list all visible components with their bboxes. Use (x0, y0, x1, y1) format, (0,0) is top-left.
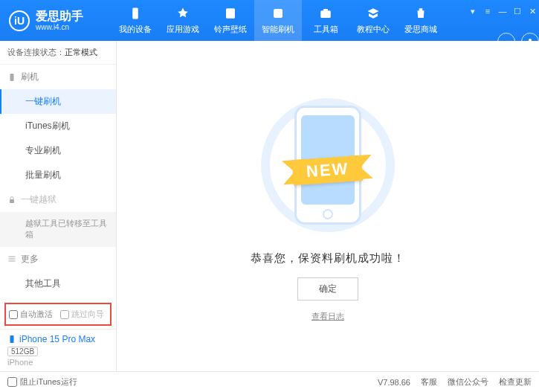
ringtone-icon (223, 6, 238, 21)
nav-ringtones[interactable]: 铃声壁纸 (207, 0, 254, 41)
nav-tutorials[interactable]: 教程中心 (349, 0, 397, 41)
footer-link-update[interactable]: 检查更新 (499, 376, 532, 388)
window-controls: ▾ ≡ — ☐ ✕ (466, 6, 539, 16)
app-title: 爱思助手 (36, 10, 83, 23)
nav-store[interactable]: 爱思商城 (397, 0, 445, 41)
svg-rect-3 (320, 10, 331, 18)
svg-rect-7 (10, 199, 14, 203)
top-nav: 我的设备 应用游戏 铃声壁纸 智能刷机 工具箱 教程中心 爱思商城 (112, 0, 466, 41)
nav-label: 铃声壁纸 (214, 24, 247, 35)
sidebar-group-jailbreak: 一键越狱 (0, 187, 116, 212)
nav-flash[interactable]: 智能刷机 (254, 0, 302, 41)
main-content: NEW 恭喜您，保资料刷机成功啦！ 确定 查看日志 (117, 41, 539, 371)
nav-toolbox[interactable]: 工具箱 (302, 0, 349, 41)
phone-icon (7, 335, 16, 344)
app-logo-icon: iU (9, 10, 30, 31)
svg-rect-1 (226, 8, 235, 19)
device-status: 设备连接状态：正常模式 (0, 41, 116, 65)
app-subtitle: www.i4.cn (36, 23, 83, 31)
sidebar-item-batch-flash[interactable]: 批量刷机 (0, 163, 116, 187)
version-label: V7.98.66 (378, 378, 410, 387)
nav-label: 应用游戏 (167, 24, 199, 35)
more-icon (7, 254, 16, 263)
nav-label: 教程中心 (357, 24, 390, 35)
svg-rect-0 (132, 8, 138, 19)
sidebar-group-more[interactable]: 更多 (0, 247, 116, 271)
sidebar-item-pro-flash[interactable]: 专业刷机 (0, 138, 116, 163)
flash-group-icon (7, 73, 16, 82)
svg-rect-6 (10, 74, 14, 81)
svg-rect-2 (274, 9, 283, 18)
nav-label: 我的设备 (119, 24, 152, 35)
nav-label: 爱思商城 (404, 24, 437, 35)
logo-area: iU 爱思助手 www.i4.cn (0, 10, 112, 31)
block-itunes-checkbox[interactable]: 阻止iTunes运行 (7, 376, 77, 388)
app-header: iU 爱思助手 www.i4.cn 我的设备 应用游戏 铃声壁纸 智能刷机 工具… (0, 0, 539, 41)
ok-button[interactable]: 确定 (297, 277, 358, 301)
tutorial-icon (366, 6, 381, 21)
apps-icon (175, 6, 190, 21)
sidebar-item-itunes-flash[interactable]: iTunes刷机 (0, 114, 116, 138)
sidebar-item-oneclick-flash[interactable]: 一键刷机 (0, 89, 116, 114)
device-info: iPhone 15 Pro Max 512GB iPhone (0, 329, 116, 371)
toolbox-icon (318, 6, 333, 21)
success-illustration: NEW (246, 91, 410, 240)
nav-label: 智能刷机 (262, 24, 294, 35)
maximize-icon[interactable]: ☐ (511, 6, 524, 16)
menu-icon[interactable]: ▾ (466, 6, 480, 16)
flash-icon (271, 6, 285, 21)
device-name[interactable]: iPhone 15 Pro Max (7, 334, 109, 344)
device-type: iPhone (7, 358, 109, 367)
sidebar-item-download-firmware[interactable]: 下载固件 (0, 296, 116, 300)
new-ribbon: NEW (292, 155, 363, 184)
minimize-icon[interactable]: — (496, 6, 509, 16)
sidebar-item-other-tools[interactable]: 其他工具 (0, 271, 116, 296)
nav-label: 工具箱 (314, 24, 338, 35)
device-icon (128, 6, 143, 21)
options-highlight-box: 自动激活 跳过向导 (4, 303, 112, 326)
footer: 阻止iTunes运行 V7.98.66 客服 微信公众号 检查更新 (0, 371, 539, 392)
lock-icon (7, 196, 16, 205)
skip-guide-checkbox[interactable]: 跳过向导 (60, 309, 104, 320)
store-icon (413, 6, 428, 21)
view-log-link[interactable]: 查看日志 (312, 311, 344, 322)
close-icon[interactable]: ✕ (526, 6, 539, 16)
sidebar-group-flash[interactable]: 刷机 (0, 65, 116, 89)
footer-link-wechat[interactable]: 微信公众号 (448, 376, 488, 388)
svg-rect-8 (10, 335, 14, 343)
sidebar: 设备连接状态：正常模式 刷机 一键刷机 iTunes刷机 专业刷机 批量刷机 一… (0, 41, 117, 371)
dropdown-icon[interactable]: ≡ (481, 6, 494, 16)
nav-apps[interactable]: 应用游戏 (159, 0, 207, 41)
device-storage: 512GB (7, 347, 38, 356)
svg-rect-4 (323, 9, 328, 11)
auto-activate-checkbox[interactable]: 自动激活 (9, 309, 53, 320)
nav-my-device[interactable]: 我的设备 (112, 0, 159, 41)
success-message: 恭喜您，保资料刷机成功啦！ (251, 251, 405, 266)
jailbreak-note: 越狱工具已转移至工具箱 (0, 212, 116, 247)
footer-link-support[interactable]: 客服 (421, 376, 437, 388)
